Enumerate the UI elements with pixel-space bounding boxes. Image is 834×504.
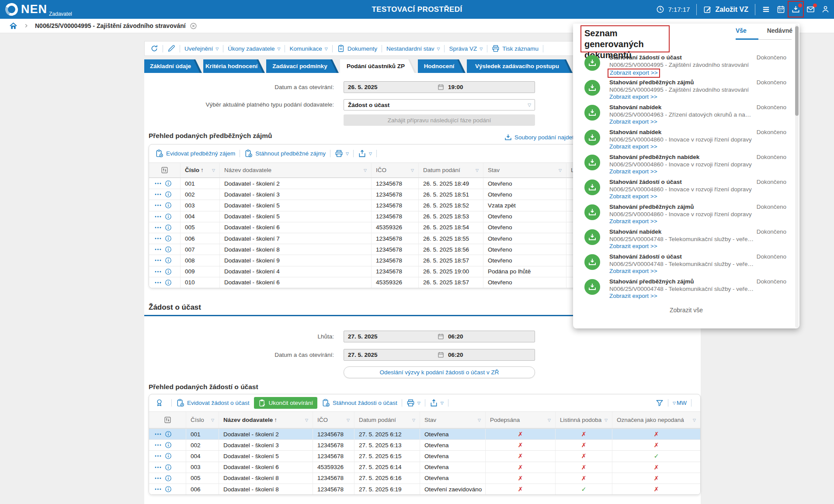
column-header[interactable]: Podepsána xyxy=(486,412,556,428)
download-prelim-button[interactable]: Stáhnout předběžné zájmy xyxy=(244,149,326,158)
edit-button[interactable] xyxy=(167,45,175,52)
show-all-link[interactable]: Zobrazit vše xyxy=(573,307,799,314)
column-header[interactable]: Číslo xyxy=(186,412,219,428)
request-open-input[interactable]: 27. 5. 2025 06:20 xyxy=(344,349,535,361)
column-header[interactable]: Datum podání xyxy=(419,163,483,177)
table-row[interactable]: 006Dodavatel - školení 81234567827. 5. 2… xyxy=(149,483,700,494)
show-export-link[interactable]: Zobrazit export >> xyxy=(609,118,657,126)
column-header[interactable]: Označena jako nepodaná xyxy=(612,412,700,428)
show-export-link[interactable]: Zobrazit export >> xyxy=(609,243,657,250)
menu-komunikace[interactable]: Komunikace xyxy=(289,45,327,52)
column-settings-header[interactable] xyxy=(149,163,181,177)
filter-funnel-icon[interactable] xyxy=(656,399,664,407)
row-menu-icon[interactable] xyxy=(154,225,162,230)
row-info-icon[interactable] xyxy=(165,268,172,275)
row-menu-icon[interactable] xyxy=(154,454,162,458)
column-header[interactable]: Název dodavatele xyxy=(219,412,313,428)
calendar-small-icon[interactable] xyxy=(438,84,444,90)
table-row[interactable]: 004Dodavatel - školení 51234567827. 5. 2… xyxy=(149,450,700,461)
home-icon[interactable] xyxy=(9,22,17,30)
nen-logo[interactable]: NEN Zadavatel xyxy=(5,0,72,19)
row-info-icon[interactable] xyxy=(165,235,172,242)
open-datetime-input[interactable]: 26. 5. 2025 19:00 xyxy=(344,81,535,93)
table-row[interactable]: 001Dodavatel - školení 21234567827. 5. 2… xyxy=(149,428,700,439)
rosette-icon[interactable] xyxy=(155,398,163,407)
column-settings-header[interactable] xyxy=(149,412,186,428)
row-menu-icon[interactable] xyxy=(154,476,162,480)
column-header[interactable]: Stav xyxy=(420,412,486,428)
export-button[interactable] xyxy=(358,149,372,158)
row-menu-icon[interactable] xyxy=(154,280,162,285)
menu-dokumenty[interactable]: Dokumenty xyxy=(337,45,377,52)
refresh-button[interactable] xyxy=(150,45,158,52)
print-button[interactable] xyxy=(335,149,349,158)
show-export-link[interactable]: Zobrazit export >> xyxy=(609,193,657,200)
row-menu-icon[interactable] xyxy=(154,214,162,219)
print-button[interactable] xyxy=(407,399,420,407)
menu-icon[interactable] xyxy=(762,5,770,14)
tab-1[interactable]: Základní údaje xyxy=(144,59,202,73)
register-prelim-button[interactable]: Evidovat předběžný zájem xyxy=(155,149,235,158)
row-info-icon[interactable] xyxy=(165,191,172,198)
tab-3[interactable]: Zadávací podmínky xyxy=(266,59,339,73)
column-header[interactable]: Název dodavatele xyxy=(220,163,372,177)
row-info-icon[interactable] xyxy=(165,224,172,231)
row-menu-icon[interactable] xyxy=(154,203,162,207)
send-invitation-button[interactable]: Odeslání výzvy k podání žádosti o účast … xyxy=(344,366,535,378)
row-info-icon[interactable] xyxy=(165,279,172,286)
row-info-icon[interactable] xyxy=(165,486,172,493)
row-menu-icon[interactable] xyxy=(154,181,162,186)
show-export-link[interactable]: Zobrazit export >> xyxy=(609,268,657,275)
show-export-link[interactable]: Zobrazit export >> xyxy=(609,218,657,225)
finish-opening-button[interactable]: Ukončit otevírání xyxy=(254,397,317,409)
breadcrumb-item[interactable]: N006/25/V00004995 - Zajištění závodního … xyxy=(35,22,186,29)
column-header[interactable]: Číslo xyxy=(181,163,220,177)
show-export-link[interactable]: Zobrazit export >> xyxy=(609,143,657,151)
close-tab-icon[interactable] xyxy=(190,22,197,30)
row-info-icon[interactable] xyxy=(165,475,172,482)
row-info-icon[interactable] xyxy=(165,213,172,220)
row-info-icon[interactable] xyxy=(165,431,172,438)
tab-4[interactable]: Podání účastníků ZP xyxy=(340,59,417,73)
menu-sprava-vz[interactable]: Správa VZ xyxy=(449,45,483,52)
column-header[interactable]: Datum podání xyxy=(354,412,420,428)
show-export-link[interactable]: Zobrazit export >> xyxy=(609,168,657,176)
show-export-link[interactable]: Zobrazit export >> xyxy=(609,293,657,300)
tab-2[interactable]: Kritéria hodnocení xyxy=(203,59,265,73)
deadline-input[interactable]: 27. 5. 2025 06:20 xyxy=(344,331,535,342)
menu-ukony-zadavatele[interactable]: Úkony zadavatele xyxy=(228,45,280,52)
row-info-icon[interactable] xyxy=(165,257,172,264)
downloads-button[interactable] xyxy=(792,5,800,14)
row-info-icon[interactable] xyxy=(165,464,172,471)
row-menu-icon[interactable] xyxy=(154,465,162,469)
caret-down-icon[interactable] xyxy=(673,400,676,406)
export-button[interactable] xyxy=(430,399,444,407)
column-header[interactable]: Listinná podoba xyxy=(556,412,612,428)
submission-files-link[interactable]: Soubory podání najdete xyxy=(504,134,577,141)
create-vz-button[interactable]: Založit VZ xyxy=(715,6,748,14)
row-menu-icon[interactable] xyxy=(154,192,162,197)
row-menu-icon[interactable] xyxy=(154,269,162,274)
user-icon[interactable] xyxy=(821,5,830,14)
row-info-icon[interactable] xyxy=(165,246,172,253)
submission-type-select[interactable]: Žádost o účast ▽ xyxy=(344,99,535,110)
row-info-icon[interactable] xyxy=(165,452,172,459)
table-row[interactable]: 002Dodavatel - školení 31234567827. 5. 2… xyxy=(149,439,700,450)
tab-5[interactable]: Hodnocení xyxy=(418,59,466,73)
row-menu-icon[interactable] xyxy=(154,258,162,262)
menu-nestandardni-stav[interactable]: Nestandardní stav xyxy=(386,45,440,52)
column-header[interactable]: IČO xyxy=(372,163,419,177)
row-menu-icon[interactable] xyxy=(154,432,162,436)
register-request-button[interactable]: Evidovat žádost o účast xyxy=(176,399,250,407)
panel-tab-all[interactable]: Vše xyxy=(736,27,747,34)
row-info-icon[interactable] xyxy=(165,202,172,209)
column-header[interactable]: IČO xyxy=(313,412,354,428)
next-phase-button[interactable]: Zahájit přípravu následující fáze podání xyxy=(344,114,535,126)
tab-6[interactable]: Výsledek zadávacího postupu xyxy=(467,59,573,73)
menu-uverejneni[interactable]: Uveřejnění xyxy=(184,45,219,52)
column-header[interactable]: Stav xyxy=(483,163,566,177)
show-export-link[interactable]: Zobrazit export >> xyxy=(608,69,660,78)
filter-initials-badge[interactable]: MW xyxy=(677,400,687,406)
table-row[interactable]: 005Dodavatel - školení 81234567827. 5. 2… xyxy=(149,473,700,483)
messages-button[interactable] xyxy=(806,5,815,14)
